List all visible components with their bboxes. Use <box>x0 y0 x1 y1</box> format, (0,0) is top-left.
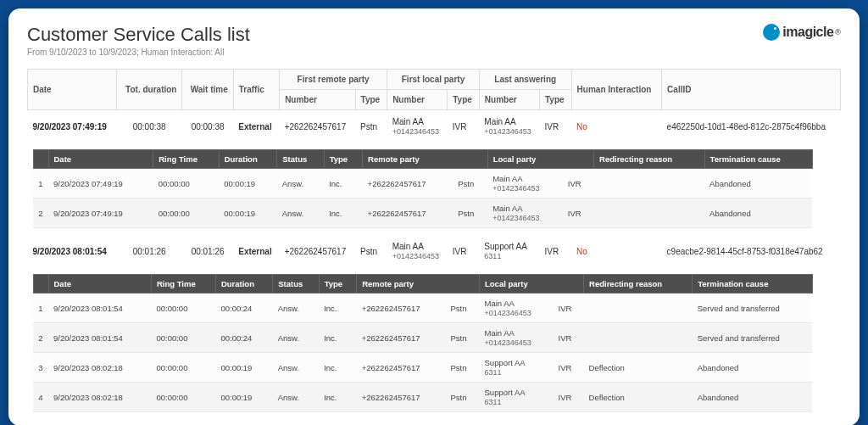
call-human: No <box>571 110 662 143</box>
call-human: No <box>571 235 662 267</box>
leg-duration: 00:00:19 <box>219 199 277 228</box>
leg-remote-type: Pstn <box>453 169 487 199</box>
leg-redirect <box>584 294 693 323</box>
leg-date: 9/20/2023 08:02:18 <box>48 353 151 383</box>
call-tot-duration: 00:01:26 <box>116 235 182 267</box>
leg-duration: 00:00:24 <box>215 323 272 353</box>
col-human: Human Interaction <box>571 70 662 110</box>
col-flp-number: Number <box>387 90 448 110</box>
leg-col-local: Local party <box>480 275 584 294</box>
call-row: 9/20/2023 08:01:5400:01:2600:01:26Extern… <box>28 235 841 267</box>
leg-duration: 00:00:19 <box>215 353 272 383</box>
brand-reg-icon: ® <box>835 28 841 36</box>
leg-local-type: IVR <box>554 323 584 353</box>
leg-index: 1 <box>33 294 48 323</box>
call-la-number: Support AA6311 <box>479 235 539 267</box>
col-first-local: First local party <box>387 70 480 90</box>
leg-remote: +262262457617 <box>363 199 453 228</box>
call-row: 9/20/2023 07:49:1900:00:3800:00:38Extern… <box>28 110 841 143</box>
leg-col-status: Status <box>277 150 324 169</box>
leg-status: Answ. <box>273 353 319 383</box>
call-detail-wrap: DateRing TimeDurationStatusTypeRemote pa… <box>28 267 841 419</box>
col-callid: CallID <box>662 70 841 110</box>
leg-col-duration: Duration <box>215 275 272 294</box>
leg-ring: 00:00:00 <box>151 323 215 353</box>
leg-ring: 00:00:00 <box>151 294 215 323</box>
leg-remote: +262262457617 <box>357 323 446 353</box>
leg-type: Inc. <box>319 383 357 412</box>
leg-redirect: Deflection <box>584 383 693 412</box>
leg-redirect <box>594 169 705 199</box>
leg-index: 4 <box>33 383 48 412</box>
call-frp-number: +262262457617 <box>280 235 355 267</box>
leg-col-duration: Duration <box>219 150 277 169</box>
leg-local: Main AA+0142346453 <box>480 294 554 323</box>
leg-local: Main AA+0142346453 <box>487 199 563 228</box>
leg-col-ring: Ring Time <box>151 275 215 294</box>
leg-row: 49/20/2023 08:02:1800:00:0000:00:19Answ.… <box>33 383 812 412</box>
call-la-type: IVR <box>539 110 571 143</box>
leg-date: 9/20/2023 08:01:54 <box>48 323 151 353</box>
col-wait-time: Wait time <box>182 70 233 110</box>
leg-col-remote: Remote party <box>363 150 488 169</box>
legs-table: DateRing TimeDurationStatusTypeRemote pa… <box>33 149 813 228</box>
call-traffic: External <box>233 235 279 267</box>
page-title: Customer Service Calls list <box>27 24 250 46</box>
col-tot-duration: Tot. duration <box>116 70 182 110</box>
brand-name: imagicle <box>782 25 833 40</box>
calls-table: Date Tot. duration Wait time Traffic Fir… <box>27 69 841 419</box>
leg-remote-type: Pstn <box>445 353 479 383</box>
leg-status: Answ. <box>277 199 324 228</box>
leg-col-remote: Remote party <box>357 275 480 294</box>
leg-remote: +262262457617 <box>363 169 453 199</box>
call-wait-time: 00:01:26 <box>182 235 233 267</box>
call-la-type: IVR <box>539 235 571 267</box>
leg-term: Abandoned <box>704 169 812 199</box>
title-block: Customer Service Calls list From 9/10/20… <box>27 24 250 57</box>
leg-remote-type: Pstn <box>445 323 479 353</box>
leg-row: 29/20/2023 08:01:5400:00:0000:00:24Answ.… <box>33 323 812 353</box>
leg-term: Abandoned <box>693 353 812 383</box>
leg-term: Abandoned <box>704 199 812 228</box>
call-tot-duration: 00:00:38 <box>116 110 182 143</box>
call-frp-type: Pstn <box>355 235 387 267</box>
leg-row: 19/20/2023 07:49:1900:00:0000:00:19Answ.… <box>33 169 812 199</box>
leg-type: Inc. <box>319 353 357 383</box>
leg-local-type: IVR <box>563 169 594 199</box>
leg-index: 2 <box>33 323 48 353</box>
leg-redirect <box>594 199 705 228</box>
leg-row: 39/20/2023 08:02:1800:00:0000:00:19Answ.… <box>33 353 812 383</box>
call-id: c9eacbe2-9814-45cf-8753-f0318e47ab62 <box>662 235 841 267</box>
leg-duration: 00:00:24 <box>215 294 272 323</box>
col-la-type: Type <box>539 90 571 110</box>
col-last-answer: Last answering <box>479 70 571 90</box>
leg-col-ring: Ring Time <box>153 150 219 169</box>
call-date: 9/20/2023 07:49:19 <box>28 110 117 143</box>
leg-index: 3 <box>33 353 48 383</box>
leg-remote-type: Pstn <box>445 294 479 323</box>
leg-local: Support AA6311 <box>480 383 554 412</box>
leg-local: Support AA6311 <box>480 353 554 383</box>
call-flp-number: Main AA+0142346453 <box>387 235 448 267</box>
call-flp-type: IVR <box>448 235 480 267</box>
leg-date: 9/20/2023 07:49:19 <box>48 169 153 199</box>
col-frp-number: Number <box>280 90 355 110</box>
leg-remote-type: Pstn <box>445 383 479 412</box>
leg-remote: +262262457617 <box>357 294 446 323</box>
calls-table-head: Date Tot. duration Wait time Traffic Fir… <box>28 70 841 110</box>
call-frp-type: Pstn <box>355 110 387 143</box>
col-frp-type: Type <box>355 90 387 110</box>
leg-status: Answ. <box>273 294 319 323</box>
leg-date: 9/20/2023 08:01:54 <box>48 294 151 323</box>
page-subtitle: From 9/10/2023 to 10/9/2023; Human Inter… <box>27 48 250 57</box>
call-traffic: External <box>233 110 279 143</box>
logo-dot-icon <box>763 24 780 41</box>
leg-date: 9/20/2023 07:49:19 <box>48 199 153 228</box>
leg-col-term: Termination cause <box>693 275 812 294</box>
leg-col-idx <box>33 150 48 169</box>
leg-term: Served and transferred <box>693 323 812 353</box>
leg-col-local: Local party <box>487 150 593 169</box>
leg-local-type: IVR <box>554 383 584 412</box>
col-traffic: Traffic <box>233 70 279 110</box>
col-date: Date <box>28 70 117 110</box>
